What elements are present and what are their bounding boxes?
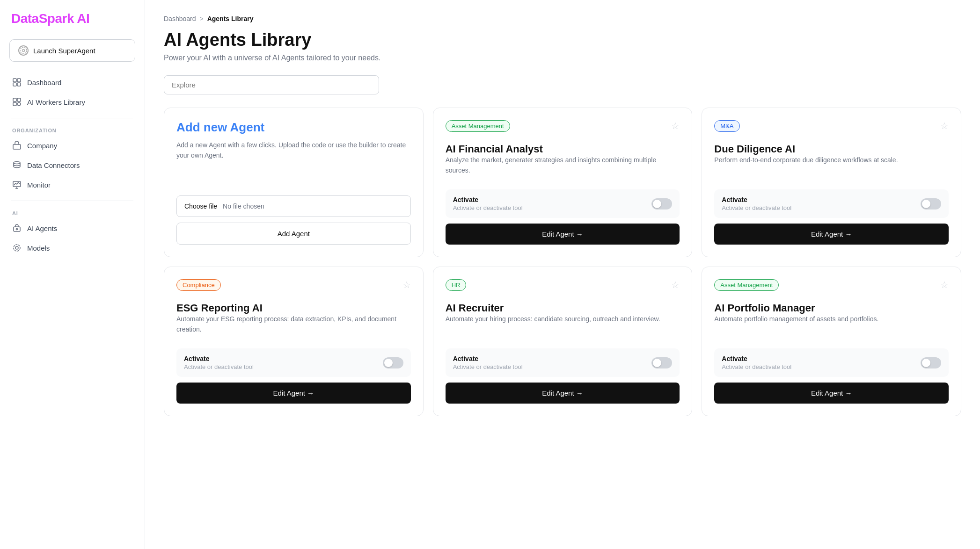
add-agent-button[interactable]: Add Agent: [176, 223, 411, 245]
card-header: Asset Management ☆: [714, 279, 949, 297]
card-header: Compliance ☆: [176, 279, 411, 297]
monitor-icon: [12, 180, 22, 189]
brand-logo: DataSpark AI: [0, 11, 145, 39]
edit-agent-button[interactable]: Edit Agent →: [714, 383, 949, 404]
sidebar-item-dashboard[interactable]: Dashboard: [6, 73, 139, 92]
add-agent-desc: Add a new Agent with a few clicks. Uploa…: [176, 140, 411, 186]
card-title: AI Recruiter: [446, 302, 680, 314]
activate-section: Activate Activate or deactivate tool: [176, 348, 411, 377]
card-desc: Automate your hiring process: candidate …: [446, 314, 680, 340]
sidebar-item-data-connectors-label: Data Connectors: [27, 161, 80, 169]
activate-section: Activate Activate or deactivate tool: [446, 189, 680, 218]
superagent-icon: [18, 45, 29, 56]
activate-toggle[interactable]: [651, 357, 672, 368]
card-header: HR ☆: [446, 279, 680, 297]
activate-label: Activate: [453, 196, 523, 203]
sidebar-item-ai-agents[interactable]: AI Agents: [6, 219, 139, 238]
card-title: ESG Reporting AI: [176, 302, 411, 314]
activate-text: Activate Activate or deactivate tool: [722, 196, 791, 211]
activate-label: Activate: [722, 355, 791, 362]
edit-agent-button[interactable]: Edit Agent →: [446, 383, 680, 404]
activate-label: Activate: [184, 355, 254, 362]
activate-sub: Activate or deactivate tool: [453, 363, 523, 370]
search-input[interactable]: [164, 75, 379, 94]
card-title: Due Diligence AI: [714, 143, 949, 155]
add-new-agent-card: Add new Agent Add a new Agent with a few…: [164, 108, 424, 257]
edit-agent-button[interactable]: Edit Agent →: [446, 224, 680, 245]
card-tag: M&A: [714, 120, 739, 132]
svg-rect-3: [17, 79, 21, 82]
card-title: AI Financial Analyst: [446, 143, 680, 155]
card-desc: Automate portfolio management of assets …: [714, 314, 949, 340]
file-input-area[interactable]: Choose file No file chosen: [176, 195, 411, 217]
main-content: Dashboard > Agents Library AI Agents Lib…: [145, 0, 980, 549]
activate-section: Activate Activate or deactivate tool: [446, 348, 680, 377]
card-title: AI Portfolio Manager: [714, 302, 949, 314]
sidebar-item-ai-workers-library[interactable]: AI Workers Library: [6, 93, 139, 111]
sidebar-divider-1: [11, 118, 133, 118]
breadcrumb-parent[interactable]: Dashboard: [164, 15, 196, 22]
launch-superagent-label: Launch SuperAgent: [33, 47, 95, 55]
svg-point-11: [14, 162, 20, 164]
svg-point-1: [22, 50, 25, 52]
sidebar-item-monitor[interactable]: Monitor: [6, 175, 139, 194]
breadcrumb: Dashboard > Agents Library: [164, 15, 961, 22]
card-tag: Compliance: [176, 279, 221, 291]
file-none: No file chosen: [223, 202, 264, 210]
card-tag: Asset Management: [446, 120, 510, 132]
activate-label: Activate: [722, 196, 791, 203]
sidebar-item-company[interactable]: Company: [6, 136, 139, 155]
workers-icon: [12, 97, 22, 107]
card-header: Asset Management ☆: [446, 120, 680, 138]
activate-toggle[interactable]: [921, 357, 941, 368]
sidebar-item-monitor-label: Monitor: [27, 181, 51, 189]
breadcrumb-separator: >: [200, 15, 204, 22]
activate-text: Activate Activate or deactivate tool: [722, 355, 791, 370]
svg-point-14: [16, 229, 18, 230]
activate-sub: Activate or deactivate tool: [722, 204, 791, 211]
svg-point-0: [20, 47, 27, 54]
card-ai-portfolio-manager: Asset Management ☆ AI Portfolio Manager …: [702, 267, 961, 416]
activate-toggle[interactable]: [651, 198, 672, 209]
section-ai-label: AI: [0, 208, 145, 219]
activate-text: Activate Activate or deactivate tool: [453, 355, 523, 370]
models-icon: [12, 243, 22, 253]
sidebar-item-models[interactable]: Models: [6, 238, 139, 257]
favorite-icon[interactable]: ☆: [671, 279, 680, 290]
favorite-icon[interactable]: ☆: [940, 120, 949, 131]
launch-superagent-button[interactable]: Launch SuperAgent: [9, 39, 135, 62]
activate-toggle[interactable]: [921, 198, 941, 209]
activate-label: Activate: [453, 355, 523, 362]
card-tag: HR: [446, 279, 467, 291]
file-label: Choose file: [184, 202, 217, 210]
activate-text: Activate Activate or deactivate tool: [453, 196, 523, 211]
favorite-icon[interactable]: ☆: [940, 279, 949, 290]
edit-agent-button[interactable]: Edit Agent →: [176, 383, 411, 404]
svg-rect-8: [13, 102, 16, 106]
section-org-label: ORGANIZATION: [0, 125, 145, 136]
activate-text: Activate Activate or deactivate tool: [184, 355, 254, 370]
sidebar-divider-2: [11, 201, 133, 201]
cards-grid: Add new Agent Add a new Agent with a few…: [164, 108, 961, 416]
activate-section: Activate Activate or deactivate tool: [714, 189, 949, 218]
activate-sub: Activate or deactivate tool: [453, 204, 523, 211]
sidebar-item-ai-workers-label: AI Workers Library: [27, 98, 85, 106]
card-desc: Perform end-to-end corporate due diligen…: [714, 155, 949, 181]
sidebar-item-data-connectors[interactable]: Data Connectors: [6, 156, 139, 174]
add-agent-title: Add new Agent: [176, 120, 411, 135]
sidebar-item-dashboard-label: Dashboard: [27, 79, 61, 87]
svg-rect-6: [13, 98, 16, 101]
activate-sub: Activate or deactivate tool: [722, 363, 791, 370]
svg-rect-2: [13, 79, 16, 82]
ai-nav: AI Agents Models: [0, 219, 145, 257]
activate-toggle[interactable]: [383, 357, 403, 368]
sidebar-item-ai-agents-label: AI Agents: [27, 224, 57, 232]
card-desc: Analyze the market, generater strategies…: [446, 155, 680, 181]
page-title: AI Agents Library: [164, 30, 961, 50]
edit-agent-button[interactable]: Edit Agent →: [714, 224, 949, 245]
card-esg-reporting-ai: Compliance ☆ ESG Reporting AI Automate y…: [164, 267, 424, 416]
favorite-icon[interactable]: ☆: [402, 279, 411, 290]
org-nav: Company Data Connectors Monitor: [0, 136, 145, 194]
favorite-icon[interactable]: ☆: [671, 120, 680, 131]
svg-rect-5: [17, 83, 21, 86]
